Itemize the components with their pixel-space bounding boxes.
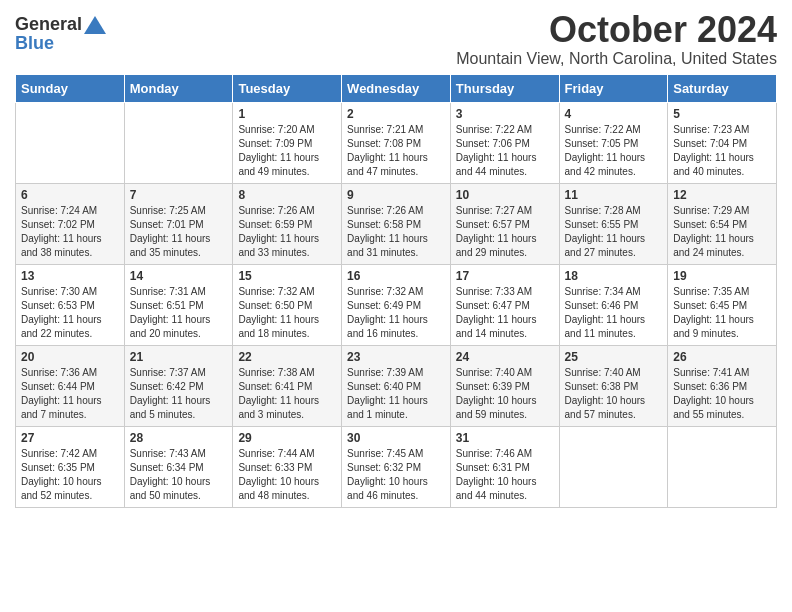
- cell-info: Sunrise: 7:23 AMSunset: 7:04 PMDaylight:…: [673, 123, 771, 179]
- calendar-cell: [16, 102, 125, 183]
- day-number: 24: [456, 350, 554, 364]
- day-number: 9: [347, 188, 445, 202]
- cell-info: Sunrise: 7:44 AMSunset: 6:33 PMDaylight:…: [238, 447, 336, 503]
- calendar-cell: 15Sunrise: 7:32 AMSunset: 6:50 PMDayligh…: [233, 264, 342, 345]
- calendar-cell: 11Sunrise: 7:28 AMSunset: 6:55 PMDayligh…: [559, 183, 668, 264]
- calendar-week-row: 13Sunrise: 7:30 AMSunset: 6:53 PMDayligh…: [16, 264, 777, 345]
- month-title: October 2024: [456, 10, 777, 50]
- calendar-cell: 26Sunrise: 7:41 AMSunset: 6:36 PMDayligh…: [668, 345, 777, 426]
- calendar-cell: 17Sunrise: 7:33 AMSunset: 6:47 PMDayligh…: [450, 264, 559, 345]
- day-number: 25: [565, 350, 663, 364]
- day-header-sunday: Sunday: [16, 74, 125, 102]
- cell-info: Sunrise: 7:40 AMSunset: 6:39 PMDaylight:…: [456, 366, 554, 422]
- calendar-cell: [668, 426, 777, 507]
- calendar-cell: [559, 426, 668, 507]
- cell-info: Sunrise: 7:36 AMSunset: 6:44 PMDaylight:…: [21, 366, 119, 422]
- calendar-cell: 3Sunrise: 7:22 AMSunset: 7:06 PMDaylight…: [450, 102, 559, 183]
- day-number: 6: [21, 188, 119, 202]
- calendar-cell: 10Sunrise: 7:27 AMSunset: 6:57 PMDayligh…: [450, 183, 559, 264]
- calendar-cell: 8Sunrise: 7:26 AMSunset: 6:59 PMDaylight…: [233, 183, 342, 264]
- calendar-cell: 5Sunrise: 7:23 AMSunset: 7:04 PMDaylight…: [668, 102, 777, 183]
- cell-info: Sunrise: 7:37 AMSunset: 6:42 PMDaylight:…: [130, 366, 228, 422]
- cell-info: Sunrise: 7:32 AMSunset: 6:49 PMDaylight:…: [347, 285, 445, 341]
- day-number: 21: [130, 350, 228, 364]
- day-header-thursday: Thursday: [450, 74, 559, 102]
- calendar-cell: 24Sunrise: 7:40 AMSunset: 6:39 PMDayligh…: [450, 345, 559, 426]
- day-number: 7: [130, 188, 228, 202]
- calendar-cell: 4Sunrise: 7:22 AMSunset: 7:05 PMDaylight…: [559, 102, 668, 183]
- calendar-cell: [124, 102, 233, 183]
- cell-info: Sunrise: 7:27 AMSunset: 6:57 PMDaylight:…: [456, 204, 554, 260]
- cell-info: Sunrise: 7:26 AMSunset: 6:58 PMDaylight:…: [347, 204, 445, 260]
- calendar-cell: 1Sunrise: 7:20 AMSunset: 7:09 PMDaylight…: [233, 102, 342, 183]
- calendar-cell: 16Sunrise: 7:32 AMSunset: 6:49 PMDayligh…: [342, 264, 451, 345]
- calendar-week-row: 6Sunrise: 7:24 AMSunset: 7:02 PMDaylight…: [16, 183, 777, 264]
- day-number: 15: [238, 269, 336, 283]
- svg-marker-0: [84, 16, 106, 34]
- calendar-cell: 28Sunrise: 7:43 AMSunset: 6:34 PMDayligh…: [124, 426, 233, 507]
- calendar-cell: 2Sunrise: 7:21 AMSunset: 7:08 PMDaylight…: [342, 102, 451, 183]
- calendar-cell: 7Sunrise: 7:25 AMSunset: 7:01 PMDaylight…: [124, 183, 233, 264]
- calendar-cell: 22Sunrise: 7:38 AMSunset: 6:41 PMDayligh…: [233, 345, 342, 426]
- cell-info: Sunrise: 7:28 AMSunset: 6:55 PMDaylight:…: [565, 204, 663, 260]
- logo-blue-text: Blue: [15, 33, 54, 54]
- header: General Blue October 2024 Mountain View,…: [15, 10, 777, 68]
- day-number: 30: [347, 431, 445, 445]
- cell-info: Sunrise: 7:35 AMSunset: 6:45 PMDaylight:…: [673, 285, 771, 341]
- cell-info: Sunrise: 7:25 AMSunset: 7:01 PMDaylight:…: [130, 204, 228, 260]
- day-number: 5: [673, 107, 771, 121]
- calendar-table: SundayMondayTuesdayWednesdayThursdayFrid…: [15, 74, 777, 508]
- logo-icon: [84, 16, 106, 34]
- calendar-cell: 25Sunrise: 7:40 AMSunset: 6:38 PMDayligh…: [559, 345, 668, 426]
- calendar-cell: 31Sunrise: 7:46 AMSunset: 6:31 PMDayligh…: [450, 426, 559, 507]
- cell-info: Sunrise: 7:39 AMSunset: 6:40 PMDaylight:…: [347, 366, 445, 422]
- day-number: 2: [347, 107, 445, 121]
- day-number: 10: [456, 188, 554, 202]
- day-number: 23: [347, 350, 445, 364]
- cell-info: Sunrise: 7:40 AMSunset: 6:38 PMDaylight:…: [565, 366, 663, 422]
- calendar-cell: 21Sunrise: 7:37 AMSunset: 6:42 PMDayligh…: [124, 345, 233, 426]
- cell-info: Sunrise: 7:33 AMSunset: 6:47 PMDaylight:…: [456, 285, 554, 341]
- calendar-week-row: 1Sunrise: 7:20 AMSunset: 7:09 PMDaylight…: [16, 102, 777, 183]
- day-header-friday: Friday: [559, 74, 668, 102]
- calendar-cell: 20Sunrise: 7:36 AMSunset: 6:44 PMDayligh…: [16, 345, 125, 426]
- cell-info: Sunrise: 7:31 AMSunset: 6:51 PMDaylight:…: [130, 285, 228, 341]
- day-header-tuesday: Tuesday: [233, 74, 342, 102]
- calendar-body: 1Sunrise: 7:20 AMSunset: 7:09 PMDaylight…: [16, 102, 777, 507]
- calendar-cell: 30Sunrise: 7:45 AMSunset: 6:32 PMDayligh…: [342, 426, 451, 507]
- cell-info: Sunrise: 7:43 AMSunset: 6:34 PMDaylight:…: [130, 447, 228, 503]
- day-number: 4: [565, 107, 663, 121]
- cell-info: Sunrise: 7:22 AMSunset: 7:05 PMDaylight:…: [565, 123, 663, 179]
- cell-info: Sunrise: 7:22 AMSunset: 7:06 PMDaylight:…: [456, 123, 554, 179]
- day-number: 27: [21, 431, 119, 445]
- cell-info: Sunrise: 7:41 AMSunset: 6:36 PMDaylight:…: [673, 366, 771, 422]
- calendar-cell: 12Sunrise: 7:29 AMSunset: 6:54 PMDayligh…: [668, 183, 777, 264]
- cell-info: Sunrise: 7:20 AMSunset: 7:09 PMDaylight:…: [238, 123, 336, 179]
- logo: General Blue: [15, 10, 106, 54]
- day-number: 26: [673, 350, 771, 364]
- day-number: 17: [456, 269, 554, 283]
- calendar-cell: 29Sunrise: 7:44 AMSunset: 6:33 PMDayligh…: [233, 426, 342, 507]
- day-number: 29: [238, 431, 336, 445]
- day-number: 1: [238, 107, 336, 121]
- calendar-cell: 9Sunrise: 7:26 AMSunset: 6:58 PMDaylight…: [342, 183, 451, 264]
- cell-info: Sunrise: 7:30 AMSunset: 6:53 PMDaylight:…: [21, 285, 119, 341]
- day-header-saturday: Saturday: [668, 74, 777, 102]
- calendar-cell: 19Sunrise: 7:35 AMSunset: 6:45 PMDayligh…: [668, 264, 777, 345]
- cell-info: Sunrise: 7:38 AMSunset: 6:41 PMDaylight:…: [238, 366, 336, 422]
- cell-info: Sunrise: 7:24 AMSunset: 7:02 PMDaylight:…: [21, 204, 119, 260]
- calendar-cell: 13Sunrise: 7:30 AMSunset: 6:53 PMDayligh…: [16, 264, 125, 345]
- cell-info: Sunrise: 7:21 AMSunset: 7:08 PMDaylight:…: [347, 123, 445, 179]
- day-header-wednesday: Wednesday: [342, 74, 451, 102]
- calendar-cell: 18Sunrise: 7:34 AMSunset: 6:46 PMDayligh…: [559, 264, 668, 345]
- title-area: October 2024 Mountain View, North Caroli…: [456, 10, 777, 68]
- day-number: 28: [130, 431, 228, 445]
- day-number: 12: [673, 188, 771, 202]
- cell-info: Sunrise: 7:26 AMSunset: 6:59 PMDaylight:…: [238, 204, 336, 260]
- day-number: 3: [456, 107, 554, 121]
- calendar-cell: 27Sunrise: 7:42 AMSunset: 6:35 PMDayligh…: [16, 426, 125, 507]
- day-number: 22: [238, 350, 336, 364]
- day-number: 13: [21, 269, 119, 283]
- day-number: 31: [456, 431, 554, 445]
- day-number: 16: [347, 269, 445, 283]
